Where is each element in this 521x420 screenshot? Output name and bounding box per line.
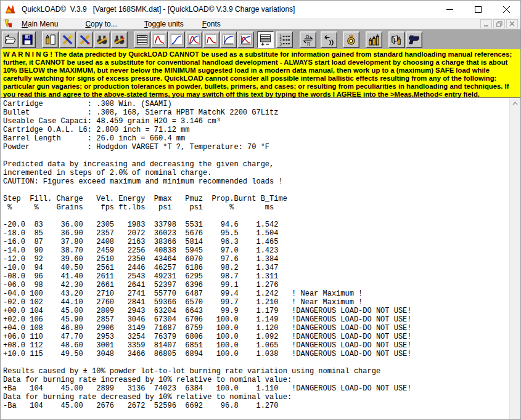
- search-cartridge-button[interactable]: [59, 31, 76, 48]
- velocity-travel-curve-icon: [222, 33, 235, 46]
- maximize-icon: [475, 6, 482, 13]
- window-controls: [435, 1, 520, 18]
- velocity-curve-icon: [170, 33, 183, 46]
- combined-travel-curves-icon: [239, 33, 252, 46]
- gun-data-button[interactable]: [406, 31, 422, 48]
- results-table-button[interactable]: [134, 31, 150, 48]
- mdi-close-icon: [509, 21, 515, 26]
- save-file-button[interactable]: [19, 31, 36, 48]
- gun-data-icon: [408, 33, 420, 46]
- scrollbar[interactable]: [509, 98, 520, 419]
- close-icon: [503, 6, 510, 13]
- search-powder-button[interactable]: [94, 31, 110, 48]
- menu-item-toggle-units[interactable]: Toggle units: [144, 20, 184, 28]
- title-bar: QuickLOAD© V.3.9 [Varget 168SMK.dat] - […: [1, 1, 520, 18]
- primer-icon: [345, 33, 358, 46]
- mdi-restore-icon: [496, 21, 503, 27]
- cartridge-comparison-button[interactable]: [366, 31, 382, 48]
- charge-step-list-icon: 123: [278, 33, 291, 46]
- search-cartridge-bullet-button[interactable]: [76, 31, 93, 48]
- velocity-curve-button[interactable]: [168, 31, 185, 48]
- menu-item-copy-to[interactable]: Copy to...: [85, 20, 117, 28]
- chevron-up-icon: [512, 102, 518, 105]
- mdi-close-button[interactable]: [506, 19, 518, 28]
- open-file-icon: [4, 33, 17, 46]
- quickload-window: { "window": { "title": "QuickLOAD© V.3.9…: [0, 0, 521, 420]
- primer-button[interactable]: [343, 31, 359, 48]
- pressure-velocity-curves-button[interactable]: [186, 31, 202, 48]
- maximize-button[interactable]: [464, 1, 492, 18]
- mdi-minimize-button[interactable]: [480, 19, 492, 28]
- cartridge-data-icon: [44, 33, 57, 46]
- menu-bar: Main MenuCopy to...Toggle unitsFonts: [1, 18, 520, 30]
- pressure-curve-icon: [153, 33, 166, 46]
- warning-banner: W A R N I N G ! The data predicted by Qu…: [1, 49, 520, 98]
- velocity-travel-curve-button[interactable]: [220, 31, 237, 48]
- cartridge-comparison-icon: [367, 33, 380, 46]
- open-file-button[interactable]: [2, 31, 18, 48]
- menu-item-main-menu[interactable]: Main Menu: [22, 20, 58, 28]
- menu-item-fonts[interactable]: Fonts: [202, 20, 221, 28]
- case-capacity-icon: [390, 33, 403, 46]
- search-powder-icon: [96, 33, 109, 46]
- menu-items: Main MenuCopy to...Toggle unitsFonts: [13, 20, 221, 28]
- mdi-restore-button[interactable]: [493, 19, 505, 28]
- case-capacity-button[interactable]: [388, 31, 405, 48]
- pressure-travel-curve-icon: [205, 33, 218, 46]
- charge-variation-table-icon: [259, 33, 272, 46]
- toolbar: 123Ωπ: [1, 30, 520, 49]
- pressure-curve-button[interactable]: [151, 31, 168, 48]
- search-powder-bullet-button[interactable]: [111, 31, 128, 48]
- charge-step-list-button[interactable]: 123: [276, 31, 293, 48]
- results-table-icon: [136, 33, 149, 46]
- scrollbar-up-button[interactable]: [510, 98, 520, 108]
- svg-text:π: π: [307, 41, 311, 46]
- svg-text:3: 3: [279, 42, 282, 46]
- report-area: Cartridge : .308 Win. (SAAMI) Bullet : .…: [1, 98, 520, 419]
- cartridge-data-button[interactable]: [42, 31, 59, 48]
- window-title: QuickLOAD© V.3.9 [Varget 168SMK.dat] - […: [22, 5, 295, 14]
- report-text: Cartridge : .308 Win. (SAAMI) Bullet : .…: [1, 98, 520, 410]
- minimize-button[interactable]: [435, 1, 464, 18]
- document-icon: [4, 19, 13, 28]
- close-button[interactable]: [492, 1, 520, 18]
- charge-variation-table-button[interactable]: [257, 31, 274, 48]
- minimize-icon: [446, 6, 453, 13]
- mdi-minimize-icon: [483, 21, 489, 26]
- app-icon: [5, 4, 16, 15]
- svg-text:Ω: Ω: [306, 34, 310, 39]
- pressure-travel-curve-button[interactable]: [203, 31, 219, 48]
- unit-conversion-button[interactable]: Ωπ: [300, 31, 316, 48]
- copy-output-icon: [322, 33, 335, 46]
- save-file-icon: [21, 33, 34, 46]
- search-cartridge-bullet-icon: [78, 33, 91, 46]
- pressure-velocity-curves-icon: [187, 33, 200, 46]
- unit-conversion-icon: Ωπ: [302, 33, 314, 46]
- search-powder-bullet-icon: [113, 33, 126, 46]
- search-cartridge-icon: [61, 33, 74, 46]
- combined-travel-curves-button[interactable]: [237, 31, 254, 48]
- copy-output-button[interactable]: [321, 31, 337, 48]
- mdi-controls: [479, 19, 518, 28]
